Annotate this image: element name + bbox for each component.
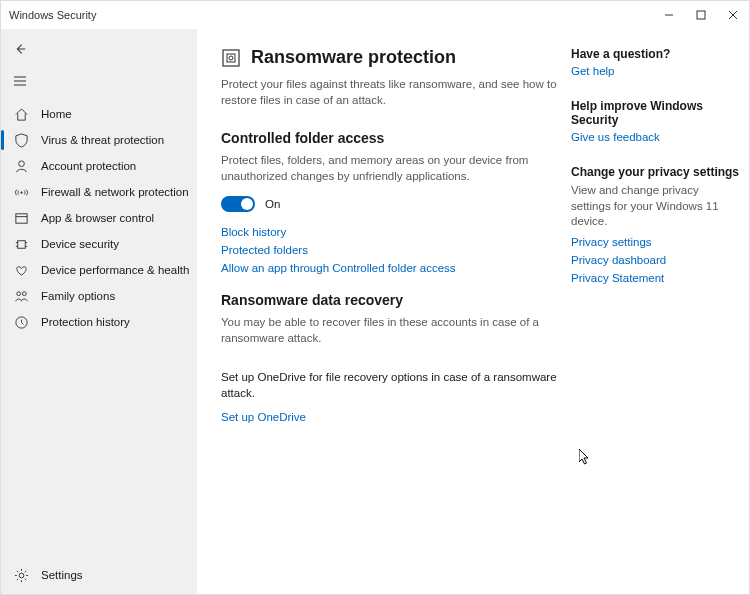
side-question: Have a question? Get help xyxy=(571,47,741,77)
get-help-link[interactable]: Get help xyxy=(571,65,741,77)
block-history-link[interactable]: Block history xyxy=(221,226,559,238)
sidebar-item-performance[interactable]: Device performance & health xyxy=(1,257,197,283)
svg-point-7 xyxy=(18,160,24,166)
main: Home Virus & threat protection Account p… xyxy=(1,29,749,594)
svg-rect-21 xyxy=(227,54,235,62)
privacy-settings-link[interactable]: Privacy settings xyxy=(571,236,741,248)
sidebar: Home Virus & threat protection Account p… xyxy=(1,29,197,594)
app-title: Windows Security xyxy=(9,9,653,21)
allow-app-link[interactable]: Allow an app through Controlled folder a… xyxy=(221,262,559,274)
page-title-row: Ransomware protection xyxy=(221,47,559,68)
recovery-body: Set up OneDrive for file recovery option… xyxy=(221,369,559,401)
controlled-folder-desc: Protect files, folders, and memory areas… xyxy=(221,152,559,184)
close-button[interactable] xyxy=(717,1,749,29)
arrow-left-icon xyxy=(13,42,27,56)
home-icon xyxy=(13,106,29,122)
titlebar: Windows Security xyxy=(1,1,749,29)
back-button[interactable] xyxy=(1,33,197,65)
toggle-state-label: On xyxy=(265,198,280,210)
heart-icon xyxy=(13,262,29,278)
page-title: Ransomware protection xyxy=(251,47,456,68)
page-subtitle: Protect your files against threats like … xyxy=(221,76,559,108)
sidebar-item-account[interactable]: Account protection xyxy=(1,153,197,179)
maximize-button[interactable] xyxy=(685,1,717,29)
side-improve: Help improve Windows Security Give us fe… xyxy=(571,99,741,143)
controlled-folder-toggle[interactable] xyxy=(221,196,255,212)
setup-onedrive-link[interactable]: Set up OneDrive xyxy=(221,411,559,423)
side-privacy-head: Change your privacy settings xyxy=(571,165,741,179)
chip-icon xyxy=(13,236,29,252)
sidebar-item-label: App & browser control xyxy=(41,212,154,224)
sidebar-item-label: Device security xyxy=(41,238,119,250)
antenna-icon xyxy=(13,184,29,200)
window-icon xyxy=(13,210,29,226)
ransomware-icon xyxy=(221,48,241,68)
shield-icon xyxy=(13,132,29,148)
person-icon xyxy=(13,158,29,174)
sidebar-item-firewall[interactable]: Firewall & network protection xyxy=(1,179,197,205)
hamburger-icon xyxy=(13,74,27,88)
recovery-heading: Ransomware data recovery xyxy=(221,292,559,308)
content-side: Have a question? Get help Help improve W… xyxy=(571,47,741,594)
nav-spacer xyxy=(1,335,197,562)
privacy-statement-link[interactable]: Privacy Statement xyxy=(571,272,741,284)
hamburger-button[interactable] xyxy=(1,65,197,97)
side-improve-head: Help improve Windows Security xyxy=(571,99,741,127)
side-privacy: Change your privacy settings View and ch… xyxy=(571,165,741,284)
side-question-head: Have a question? xyxy=(571,47,741,61)
svg-rect-20 xyxy=(223,50,239,66)
side-privacy-text: View and change privacy settings for you… xyxy=(571,183,741,230)
sidebar-item-app-browser[interactable]: App & browser control xyxy=(1,205,197,231)
sidebar-item-device-security[interactable]: Device security xyxy=(1,231,197,257)
content-main: Ransomware protection Protect your files… xyxy=(221,47,559,594)
svg-rect-1 xyxy=(697,11,705,19)
sidebar-item-label: Account protection xyxy=(41,160,136,172)
svg-point-8 xyxy=(20,191,22,193)
svg-point-19 xyxy=(19,573,24,578)
sidebar-item-label: Protection history xyxy=(41,316,130,328)
sidebar-item-virus[interactable]: Virus & threat protection xyxy=(1,127,197,153)
sidebar-item-label: Home xyxy=(41,108,72,120)
minimize-button[interactable] xyxy=(653,1,685,29)
sidebar-item-label: Virus & threat protection xyxy=(41,134,164,146)
svg-rect-9 xyxy=(15,213,26,222)
svg-point-22 xyxy=(229,56,233,60)
sidebar-item-history[interactable]: Protection history xyxy=(1,309,197,335)
privacy-dashboard-link[interactable]: Privacy dashboard xyxy=(571,254,741,266)
svg-point-16 xyxy=(16,291,20,295)
family-icon xyxy=(13,288,29,304)
protected-folders-link[interactable]: Protected folders xyxy=(221,244,559,256)
sidebar-item-label: Settings xyxy=(41,569,83,581)
sidebar-item-label: Firewall & network protection xyxy=(41,186,189,198)
feedback-link[interactable]: Give us feedback xyxy=(571,131,741,143)
sidebar-item-settings[interactable]: Settings xyxy=(1,562,197,588)
content: Ransomware protection Protect your files… xyxy=(197,29,749,594)
history-icon xyxy=(13,314,29,330)
svg-rect-11 xyxy=(17,240,25,248)
sidebar-item-family[interactable]: Family options xyxy=(1,283,197,309)
toggle-row: On xyxy=(221,196,559,212)
controlled-folder-heading: Controlled folder access xyxy=(221,130,559,146)
recovery-desc: You may be able to recover files in thes… xyxy=(221,314,559,346)
gear-icon xyxy=(13,567,29,583)
svg-point-17 xyxy=(22,291,26,295)
sidebar-item-label: Device performance & health xyxy=(41,264,189,276)
sidebar-item-home[interactable]: Home xyxy=(1,101,197,127)
sidebar-item-label: Family options xyxy=(41,290,115,302)
